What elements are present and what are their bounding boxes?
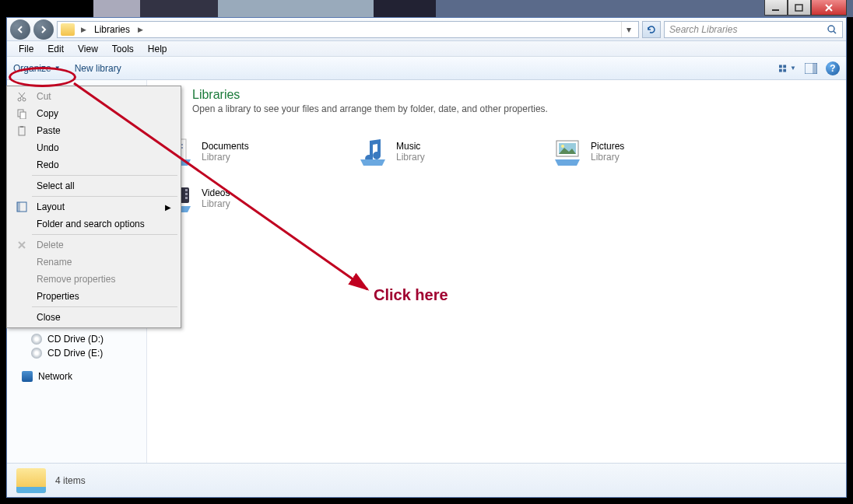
organize-label: Organize <box>13 63 51 74</box>
delete-icon <box>15 240 29 250</box>
svg-rect-4 <box>783 65 786 68</box>
menu-view[interactable]: View <box>71 42 105 56</box>
search-placeholder: Search Libraries <box>669 24 737 35</box>
menu-file[interactable]: File <box>12 42 40 56</box>
back-button[interactable] <box>10 19 30 40</box>
library-pictures[interactable]: PicturesLibrary <box>550 128 745 175</box>
background-window-strip <box>0 0 853 17</box>
menu-item-remove-properties[interactable]: Remove properties <box>9 271 179 288</box>
forward-button[interactable] <box>33 19 54 40</box>
menu-item-label: Remove properties <box>37 274 115 285</box>
submenu-arrow-icon: ▶ <box>165 203 171 212</box>
music-icon <box>356 135 390 169</box>
organize-button[interactable]: Organize ▼ <box>13 63 61 74</box>
tree-item-cd-d[interactable]: CD Drive (D:) <box>7 332 146 346</box>
scissors-icon <box>15 91 29 102</box>
address-bar[interactable]: ▶ Libraries ▶ ▾ <box>57 21 639 38</box>
svg-rect-8 <box>813 63 817 74</box>
pictures-icon <box>550 135 584 169</box>
svg-rect-22 <box>185 197 188 199</box>
menu-item-copy[interactable]: Copy <box>9 105 179 122</box>
breadcrumb-libraries[interactable]: Libraries <box>93 24 132 35</box>
library-folder-icon <box>16 468 46 493</box>
menu-item-close[interactable]: Close <box>9 309 179 326</box>
refresh-button[interactable] <box>642 21 661 38</box>
menu-item-label: Folder and search options <box>37 219 145 229</box>
copy-icon <box>15 108 29 119</box>
svg-rect-26 <box>20 112 26 119</box>
content-subtitle: Open a library to see your files and arr… <box>192 103 832 114</box>
library-music[interactable]: MusicLibrary <box>356 128 550 175</box>
svg-rect-20 <box>185 189 188 191</box>
svg-point-2 <box>828 26 834 32</box>
menu-item-label: Cut <box>37 91 51 102</box>
tree-label: CD Drive (E:) <box>47 348 103 359</box>
menu-tools[interactable]: Tools <box>105 42 141 56</box>
status-text: 4 items <box>55 475 86 486</box>
menu-item-layout[interactable]: Layout▶ <box>9 198 179 215</box>
chevron-down-icon: ▼ <box>54 65 61 72</box>
svg-rect-3 <box>779 65 782 68</box>
svg-point-24 <box>23 98 26 101</box>
tree-item-network[interactable]: Network <box>7 369 146 383</box>
menu-item-label: Layout <box>37 201 65 212</box>
lib-name: Pictures <box>591 141 624 152</box>
tree-item-cd-e[interactable]: CD Drive (E:) <box>7 346 146 360</box>
svg-rect-6 <box>783 68 786 72</box>
svg-rect-30 <box>17 202 20 212</box>
folder-icon <box>61 23 75 36</box>
menu-item-label: Close <box>37 312 61 323</box>
library-documents[interactable]: DocumentsLibrary <box>161 128 356 175</box>
menu-item-label: Select all <box>37 180 75 191</box>
nav-bar: ▶ Libraries ▶ ▾ Search Libraries <box>7 18 846 41</box>
paste-icon <box>15 125 29 136</box>
lib-type: Library <box>202 152 249 163</box>
toolbar: Organize ▼ New library ▼ ? <box>7 57 846 80</box>
view-options-button[interactable]: ▼ <box>779 60 796 77</box>
address-dropdown[interactable]: ▾ <box>621 22 635 37</box>
menu-bar: File Edit View Tools Help <box>7 41 846 57</box>
svg-point-15 <box>561 145 564 148</box>
lib-name: Documents <box>202 141 249 152</box>
search-box[interactable]: Search Libraries <box>664 21 843 38</box>
network-icon <box>21 370 33 383</box>
lib-type: Library <box>591 152 624 163</box>
content-title: Libraries <box>192 88 832 102</box>
menu-item-label: Properties <box>37 291 79 302</box>
library-videos[interactable]: VideosLibrary <box>161 175 356 222</box>
lib-type: Library <box>202 198 230 209</box>
menu-item-label: Undo <box>37 142 59 153</box>
menu-item-label: Rename <box>37 257 72 268</box>
menu-item-properties[interactable]: Properties <box>9 288 179 305</box>
menu-item-rename[interactable]: Rename <box>9 254 179 271</box>
menu-item-select-all[interactable]: Select all <box>9 177 179 194</box>
menu-item-delete[interactable]: Delete <box>9 236 179 254</box>
status-bar: 4 items <box>7 463 846 497</box>
maximize-button[interactable] <box>788 0 811 16</box>
svg-rect-27 <box>19 127 25 135</box>
menu-item-redo[interactable]: Redo <box>9 156 179 173</box>
organize-menu: CutCopyPasteUndoRedoSelect allLayout▶Fol… <box>6 86 181 328</box>
chevron-right-icon: ▶ <box>78 26 90 33</box>
disc-icon <box>30 347 43 359</box>
preview-pane-button[interactable] <box>802 60 820 77</box>
menu-edit[interactable]: Edit <box>40 42 71 56</box>
window-controls <box>764 0 847 16</box>
menu-item-folder-and-search-options[interactable]: Folder and search options <box>9 215 179 233</box>
menu-help[interactable]: Help <box>141 42 174 56</box>
minimize-button[interactable] <box>764 0 788 16</box>
menu-item-label: Redo <box>37 159 59 170</box>
search-icon <box>827 24 837 35</box>
menu-item-undo[interactable]: Undo <box>9 139 179 156</box>
svg-point-23 <box>18 98 21 101</box>
menu-item-paste[interactable]: Paste <box>9 122 179 139</box>
lib-name: Videos <box>202 187 230 198</box>
menu-item-cut[interactable]: Cut <box>9 88 179 105</box>
svg-rect-5 <box>779 68 782 72</box>
lib-name: Music <box>396 141 425 152</box>
chevron-right-icon: ▶ <box>135 26 146 33</box>
help-button[interactable]: ? <box>826 61 840 75</box>
tree-label: CD Drive (D:) <box>47 334 104 345</box>
close-button[interactable] <box>811 0 847 16</box>
new-library-button[interactable]: New library <box>75 63 121 74</box>
